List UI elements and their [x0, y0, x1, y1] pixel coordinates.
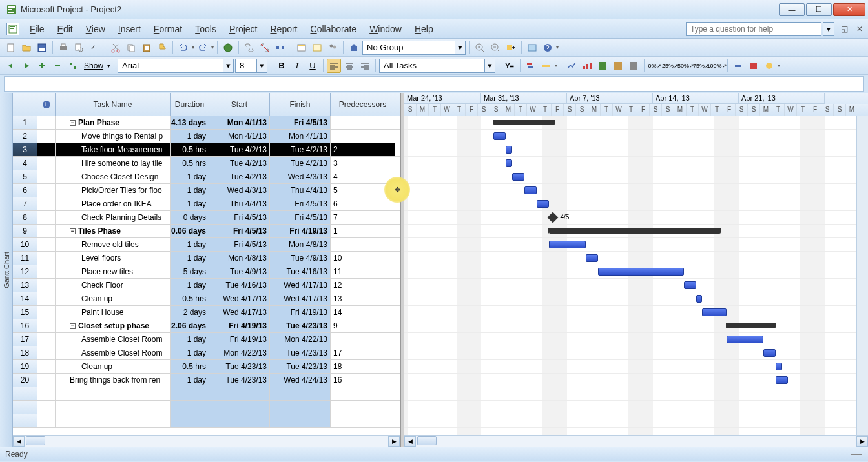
task-row[interactable]: 14Clean up0.5 hrsWed 4/17/13Wed 4/17/131… [13, 292, 400, 306]
publish-icon[interactable] [347, 41, 361, 55]
menu-tools[interactable]: Tools [189, 21, 223, 37]
restore-window-icon[interactable]: ◱ [841, 25, 850, 34]
assign-resources-icon[interactable] [326, 41, 340, 55]
task-drivers-icon[interactable] [539, 59, 553, 73]
predecessors-col[interactable]: Predecessors [331, 93, 395, 115]
task-row[interactable]: 9−Tiles Phase0.06 daysFri 4/5/13Fri 4/19… [13, 225, 400, 238]
update-icon[interactable] [731, 59, 745, 73]
task-row[interactable]: 19Clean up0.5 hrsTue 4/23/13Tue 4/23/131… [13, 360, 400, 374]
task-info-icon[interactable] [294, 41, 309, 55]
task-row[interactable]: 11Level floors1 dayMon 4/8/13Tue 4/9/131… [13, 252, 400, 265]
task-notes-icon[interactable] [310, 41, 324, 55]
task-row[interactable]: 16−Closet setup phase2.06 daysFri 4/19/1… [13, 319, 400, 333]
font-combo[interactable]: Arial▾ [118, 59, 234, 73]
gantt-hscroll[interactable]: ◀▶ [404, 435, 868, 447]
outdent-left-icon[interactable] [4, 59, 18, 73]
italic-icon[interactable]: I [290, 59, 304, 73]
group-combo[interactable]: No Group▾ [362, 41, 466, 55]
resize-grip[interactable] [849, 452, 863, 456]
help-search-dropdown[interactable]: ▾ [823, 22, 834, 36]
menu-help[interactable]: Help [408, 21, 440, 37]
minimize-button[interactable]: — [779, 3, 805, 16]
align-right-icon[interactable] [358, 59, 372, 73]
gantt-vscroll[interactable] [856, 116, 868, 435]
task-name-col[interactable]: Task Name [56, 93, 170, 115]
task-row[interactable]: 18Assemble Closet Room1 dayMon 4/22/13Tu… [13, 346, 400, 360]
unlink-tasks-icon[interactable] [258, 41, 272, 55]
menu-view[interactable]: View [79, 21, 112, 37]
hyperlink-icon[interactable] [221, 41, 235, 55]
chart3-icon[interactable] [595, 59, 610, 73]
autofilter-icon[interactable]: Y= [502, 59, 517, 73]
project-doc-icon[interactable] [6, 23, 19, 35]
redo-icon[interactable] [196, 41, 210, 55]
collab-toolbar-icon[interactable] [762, 59, 776, 73]
help-search-input[interactable] [686, 22, 822, 36]
font-size-combo[interactable]: 8▾ [235, 59, 267, 73]
start-col[interactable]: Start [209, 93, 270, 115]
duration-col[interactable]: Duration [170, 93, 209, 115]
hide-minus-icon[interactable] [50, 59, 65, 73]
goto-task-icon[interactable] [504, 41, 518, 55]
menu-project[interactable]: Project [223, 21, 264, 37]
show-menu[interactable]: Show [81, 61, 106, 70]
open-icon[interactable] [19, 41, 34, 55]
pct25-icon[interactable]: 25%↗ [663, 59, 677, 73]
paste-icon[interactable] [140, 41, 154, 55]
pct0-icon[interactable]: 0%↗ [648, 59, 662, 73]
view-tab-gantt[interactable]: Gantt Chart [0, 93, 13, 447]
task-row[interactable]: 10Remove old tiles1 dayFri 4/5/13Mon 4/8… [13, 238, 400, 252]
underline-icon[interactable]: U [305, 59, 320, 73]
grid-hscroll[interactable]: ◀▶ [13, 435, 400, 447]
task-row[interactable]: 3Take floor Measuremen0.5 hrsTue 4/2/13T… [13, 143, 400, 157]
menu-insert[interactable]: Insert [112, 21, 147, 37]
pct50-icon[interactable]: 50%↗ [679, 59, 693, 73]
task-row[interactable]: 1−Plan Phase4.13 daysMon 4/1/13Fri 4/5/1… [13, 116, 400, 130]
filter-combo[interactable]: All Tasks▾ [379, 59, 495, 73]
task-row[interactable]: 12Place new tiles5 daysTue 4/9/13Tue 4/1… [13, 265, 400, 279]
menu-format[interactable]: Format [147, 21, 189, 37]
grid-body[interactable]: 1−Plan Phase4.13 daysMon 4/1/13Fri 4/5/1… [13, 116, 400, 435]
menu-window[interactable]: Window [363, 21, 408, 37]
finish-col[interactable]: Finish [270, 93, 331, 115]
bold-icon[interactable]: B [274, 59, 289, 73]
task-row[interactable]: 6Pick/Order Tiles for floo1 dayWed 4/3/1… [13, 184, 400, 197]
menu-report[interactable]: Report [264, 21, 304, 37]
task-row[interactable]: 8Check Planning Details0 daysFri 4/5/13F… [13, 211, 400, 225]
zoom-in-icon[interactable] [473, 41, 487, 55]
pct100-icon[interactable]: 100%↗ [710, 59, 724, 73]
task-row[interactable]: 2Move things to Rental p1 dayMon 4/1/13M… [13, 130, 400, 143]
task-row[interactable]: 5Choose Closet Design1 dayTue 4/2/13Wed … [13, 170, 400, 184]
reschedule-icon[interactable] [747, 59, 761, 73]
task-row[interactable]: 20Bring things back from ren1 dayTue 4/2… [13, 374, 400, 387]
row-header-col[interactable] [13, 93, 37, 115]
copy-icon[interactable] [124, 41, 138, 55]
menu-collaborate[interactable]: Collaborate [304, 21, 364, 37]
new-icon[interactable] [4, 41, 18, 55]
align-center-icon[interactable] [342, 59, 356, 73]
show-subtasks-icon[interactable] [66, 59, 80, 73]
cut-icon[interactable] [108, 41, 123, 55]
maximize-button[interactable]: ☐ [806, 3, 832, 16]
split-task-icon[interactable] [273, 41, 287, 55]
task-row[interactable]: 4Hire someone to lay tile0.5 hrsTue 4/2/… [13, 157, 400, 170]
link-tasks-icon[interactable] [242, 41, 256, 55]
save-icon[interactable] [35, 41, 49, 55]
task-row[interactable]: 13Check Floor1 dayTue 4/16/13Wed 4/17/13… [13, 279, 400, 292]
task-row[interactable]: 17Assemble Closet Room1 dayFri 4/19/13Mo… [13, 333, 400, 346]
menu-file[interactable]: File [23, 21, 51, 37]
gantt-body[interactable]: 4/5 [404, 116, 868, 435]
chart4-icon[interactable] [611, 59, 625, 73]
format-painter-icon[interactable] [155, 41, 169, 55]
indicators-col[interactable]: i [37, 93, 56, 115]
chart5-icon[interactable] [626, 59, 641, 73]
tracking-gantt-icon[interactable] [524, 59, 538, 73]
task-row[interactable]: 7Place order on IKEA1 dayThu 4/4/13Fri 4… [13, 197, 400, 211]
spell-check-icon[interactable]: ✓ [87, 41, 101, 55]
undo-icon[interactable] [176, 41, 191, 55]
print-icon[interactable] [56, 41, 70, 55]
chart1-icon[interactable] [564, 59, 579, 73]
task-row[interactable]: 15Paint House2 daysWed 4/17/13Fri 4/19/1… [13, 306, 400, 319]
zoom-out-icon[interactable] [488, 41, 502, 55]
print-preview-icon[interactable] [72, 41, 86, 55]
